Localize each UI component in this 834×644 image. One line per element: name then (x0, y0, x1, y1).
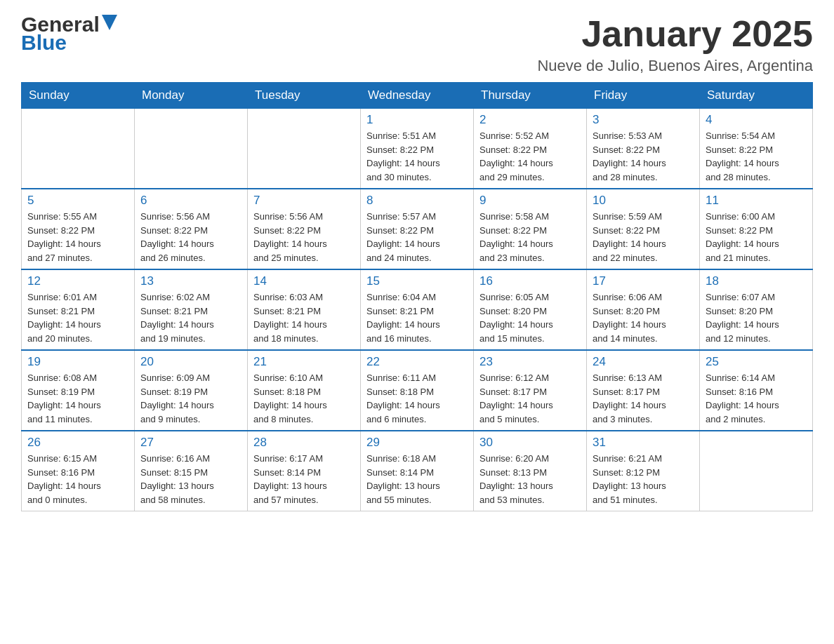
col-thursday: Thursday (474, 83, 587, 109)
calendar-header-row: Sunday Monday Tuesday Wednesday Thursday… (22, 83, 813, 109)
calendar-cell (22, 109, 135, 189)
calendar-cell: 18Sunrise: 6:07 AMSunset: 8:20 PMDayligh… (700, 269, 813, 350)
day-info: Sunrise: 6:12 AMSunset: 8:17 PMDaylight:… (479, 371, 581, 426)
calendar-cell: 8Sunrise: 5:57 AMSunset: 8:22 PMDaylight… (361, 189, 474, 269)
day-number: 23 (479, 355, 581, 369)
calendar-cell: 19Sunrise: 6:08 AMSunset: 8:19 PMDayligh… (22, 350, 135, 431)
day-number: 11 (706, 194, 807, 208)
day-info: Sunrise: 5:57 AMSunset: 8:22 PMDaylight:… (366, 210, 468, 264)
calendar-week-row: 12Sunrise: 6:01 AMSunset: 8:21 PMDayligh… (22, 269, 813, 350)
calendar-cell: 14Sunrise: 6:03 AMSunset: 8:21 PMDayligh… (248, 269, 361, 350)
day-number: 30 (479, 436, 581, 450)
day-info: Sunrise: 5:51 AMSunset: 8:22 PMDaylight:… (366, 129, 468, 184)
day-info: Sunrise: 6:16 AMSunset: 8:15 PMDaylight:… (140, 452, 241, 507)
calendar-cell: 26Sunrise: 6:15 AMSunset: 8:16 PMDayligh… (22, 431, 135, 511)
day-number: 3 (593, 113, 694, 127)
day-number: 25 (706, 355, 807, 369)
col-tuesday: Tuesday (248, 83, 361, 109)
col-wednesday: Wednesday (361, 83, 474, 109)
day-number: 16 (479, 274, 581, 288)
calendar-week-row: 19Sunrise: 6:08 AMSunset: 8:19 PMDayligh… (22, 350, 813, 431)
day-info: Sunrise: 5:56 AMSunset: 8:22 PMDaylight:… (140, 210, 241, 264)
day-info: Sunrise: 6:07 AMSunset: 8:20 PMDaylight:… (706, 290, 807, 345)
day-info: Sunrise: 6:04 AMSunset: 8:21 PMDaylight:… (366, 290, 468, 345)
day-number: 26 (27, 436, 128, 450)
day-info: Sunrise: 6:08 AMSunset: 8:19 PMDaylight:… (27, 371, 128, 426)
logo: General Blue (21, 14, 117, 53)
calendar-cell (700, 431, 813, 511)
day-number: 17 (593, 274, 694, 288)
calendar-cell: 25Sunrise: 6:14 AMSunset: 8:16 PMDayligh… (700, 350, 813, 431)
calendar-cell: 13Sunrise: 6:02 AMSunset: 8:21 PMDayligh… (135, 269, 248, 350)
calendar-cell: 30Sunrise: 6:20 AMSunset: 8:13 PMDayligh… (474, 431, 587, 511)
calendar-cell: 23Sunrise: 6:12 AMSunset: 8:17 PMDayligh… (474, 350, 587, 431)
calendar-cell: 5Sunrise: 5:55 AMSunset: 8:22 PMDaylight… (22, 189, 135, 269)
calendar-cell (135, 109, 248, 189)
calendar-week-row: 5Sunrise: 5:55 AMSunset: 8:22 PMDaylight… (22, 189, 813, 269)
day-number: 8 (366, 194, 468, 208)
day-info: Sunrise: 6:09 AMSunset: 8:19 PMDaylight:… (140, 371, 241, 426)
calendar-cell: 24Sunrise: 6:13 AMSunset: 8:17 PMDayligh… (587, 350, 700, 431)
day-number: 31 (593, 436, 694, 450)
calendar-cell: 3Sunrise: 5:53 AMSunset: 8:22 PMDaylight… (587, 109, 700, 189)
calendar-cell: 7Sunrise: 5:56 AMSunset: 8:22 PMDaylight… (248, 189, 361, 269)
day-info: Sunrise: 6:01 AMSunset: 8:21 PMDaylight:… (27, 290, 128, 345)
day-number: 20 (140, 355, 241, 369)
day-number: 5 (27, 194, 128, 208)
day-info: Sunrise: 6:21 AMSunset: 8:12 PMDaylight:… (593, 452, 694, 507)
logo-arrow-icon (102, 15, 117, 30)
day-number: 24 (593, 355, 694, 369)
day-info: Sunrise: 6:02 AMSunset: 8:21 PMDaylight:… (140, 290, 241, 345)
col-sunday: Sunday (22, 83, 135, 109)
col-saturday: Saturday (700, 83, 813, 109)
calendar-cell: 20Sunrise: 6:09 AMSunset: 8:19 PMDayligh… (135, 350, 248, 431)
col-friday: Friday (587, 83, 700, 109)
day-info: Sunrise: 6:17 AMSunset: 8:14 PMDaylight:… (253, 452, 355, 507)
calendar-cell: 29Sunrise: 6:18 AMSunset: 8:14 PMDayligh… (361, 431, 474, 511)
day-info: Sunrise: 6:13 AMSunset: 8:17 PMDaylight:… (593, 371, 694, 426)
day-info: Sunrise: 6:03 AMSunset: 8:21 PMDaylight:… (253, 290, 355, 345)
calendar-week-row: 1Sunrise: 5:51 AMSunset: 8:22 PMDaylight… (22, 109, 813, 189)
day-info: Sunrise: 6:20 AMSunset: 8:13 PMDaylight:… (479, 452, 581, 507)
day-number: 12 (27, 274, 128, 288)
calendar-cell: 21Sunrise: 6:10 AMSunset: 8:18 PMDayligh… (248, 350, 361, 431)
day-info: Sunrise: 5:53 AMSunset: 8:22 PMDaylight:… (593, 129, 694, 184)
day-number: 6 (140, 194, 241, 208)
day-number: 27 (140, 436, 241, 450)
day-info: Sunrise: 5:52 AMSunset: 8:22 PMDaylight:… (479, 129, 581, 184)
calendar-cell: 6Sunrise: 5:56 AMSunset: 8:22 PMDaylight… (135, 189, 248, 269)
calendar-table: Sunday Monday Tuesday Wednesday Thursday… (21, 82, 813, 511)
day-info: Sunrise: 5:58 AMSunset: 8:22 PMDaylight:… (479, 210, 581, 264)
day-number: 13 (140, 274, 241, 288)
calendar-cell: 22Sunrise: 6:11 AMSunset: 8:18 PMDayligh… (361, 350, 474, 431)
day-info: Sunrise: 5:56 AMSunset: 8:22 PMDaylight:… (253, 210, 355, 264)
calendar-week-row: 26Sunrise: 6:15 AMSunset: 8:16 PMDayligh… (22, 431, 813, 511)
col-monday: Monday (135, 83, 248, 109)
day-info: Sunrise: 6:10 AMSunset: 8:18 PMDaylight:… (253, 371, 355, 426)
day-info: Sunrise: 6:11 AMSunset: 8:18 PMDaylight:… (366, 371, 468, 426)
calendar-cell: 1Sunrise: 5:51 AMSunset: 8:22 PMDaylight… (361, 109, 474, 189)
day-number: 28 (253, 436, 355, 450)
calendar-cell: 2Sunrise: 5:52 AMSunset: 8:22 PMDaylight… (474, 109, 587, 189)
day-info: Sunrise: 6:06 AMSunset: 8:20 PMDaylight:… (593, 290, 694, 345)
day-info: Sunrise: 5:55 AMSunset: 8:22 PMDaylight:… (27, 210, 128, 264)
day-number: 29 (366, 436, 468, 450)
calendar-cell: 15Sunrise: 6:04 AMSunset: 8:21 PMDayligh… (361, 269, 474, 350)
day-info: Sunrise: 5:54 AMSunset: 8:22 PMDaylight:… (706, 129, 807, 184)
day-number: 9 (479, 194, 581, 208)
day-number: 15 (366, 274, 468, 288)
day-info: Sunrise: 6:05 AMSunset: 8:20 PMDaylight:… (479, 290, 581, 345)
calendar-cell: 11Sunrise: 6:00 AMSunset: 8:22 PMDayligh… (700, 189, 813, 269)
day-number: 19 (27, 355, 128, 369)
day-number: 21 (253, 355, 355, 369)
page-header: General Blue January 2025 Nueve de Julio… (21, 14, 813, 75)
calendar-cell: 4Sunrise: 5:54 AMSunset: 8:22 PMDaylight… (700, 109, 813, 189)
calendar-cell: 9Sunrise: 5:58 AMSunset: 8:22 PMDaylight… (474, 189, 587, 269)
day-number: 7 (253, 194, 355, 208)
day-number: 4 (706, 113, 807, 127)
svg-marker-0 (102, 15, 117, 30)
location-subtitle: Nueve de Julio, Buenos Aires, Argentina (537, 57, 813, 75)
calendar-cell: 31Sunrise: 6:21 AMSunset: 8:12 PMDayligh… (587, 431, 700, 511)
day-number: 2 (479, 113, 581, 127)
calendar-cell: 17Sunrise: 6:06 AMSunset: 8:20 PMDayligh… (587, 269, 700, 350)
